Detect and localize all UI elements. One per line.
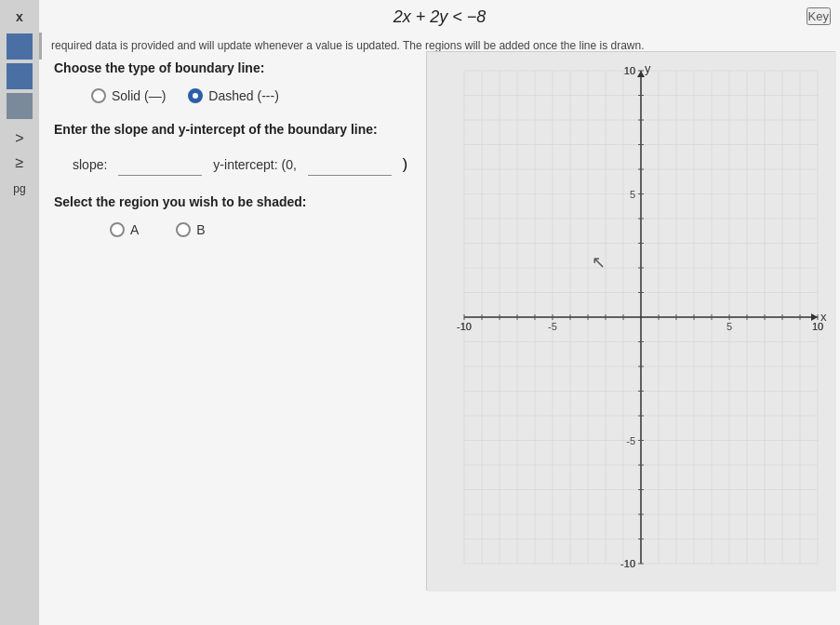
solid-label: Solid (—) [112, 88, 166, 103]
sidebar-block-2 [7, 63, 33, 89]
sidebar-block-3 [7, 93, 33, 119]
key-button[interactable]: Key [807, 7, 831, 25]
dashed-label: Dashed (---) [208, 88, 278, 103]
graph-container [426, 51, 835, 591]
region-section-title: Select the region you wish to be shaded: [54, 194, 415, 209]
sidebar-x-label: x [16, 9, 23, 24]
sidebar-arrow-right[interactable]: > [15, 130, 23, 147]
boundary-section-title: Choose the type of boundary line: [54, 60, 415, 75]
sidebar: x > ≥ pg [0, 0, 39, 625]
region-a-label: A [130, 222, 139, 237]
region-b-option[interactable]: B [176, 222, 205, 237]
main-content: 2x + 2y < −8 Key required data is provid… [39, 0, 840, 625]
solid-radio[interactable] [91, 88, 106, 103]
sidebar-pg-label: pg [13, 182, 25, 195]
yint-input[interactable] [308, 153, 392, 176]
slope-section-title: Enter the slope and y-intercept of the b… [54, 122, 415, 137]
dashed-radio[interactable] [188, 88, 203, 103]
region-a-radio[interactable] [110, 222, 125, 237]
graph-canvas[interactable] [427, 52, 836, 592]
left-panel: Choose the type of boundary line: Solid … [39, 51, 430, 246]
slope-label: slope: [73, 157, 107, 172]
region-a-option[interactable]: A [110, 222, 139, 237]
slope-row: slope: y-intercept: (0, ) [54, 153, 415, 176]
region-b-label: B [196, 222, 205, 237]
region-b-radio[interactable] [176, 222, 191, 237]
sidebar-block-1 [7, 33, 33, 60]
solid-option[interactable]: Solid (—) [91, 88, 166, 103]
dashed-option[interactable]: Dashed (---) [188, 88, 278, 103]
boundary-title-prefix: Cho [54, 60, 79, 75]
yint-label: y-intercept: (0, [213, 157, 296, 172]
sidebar-arrow-equal: ≥ [16, 154, 24, 171]
yint-close: ) [403, 156, 407, 173]
region-radio-group: A B [54, 222, 415, 237]
boundary-radio-group: Solid (—) Dashed (---) [54, 88, 415, 103]
slope-input[interactable] [118, 153, 202, 176]
graph-area [421, 51, 840, 609]
equation-display: 2x + 2y < −8 [39, 0, 840, 33]
